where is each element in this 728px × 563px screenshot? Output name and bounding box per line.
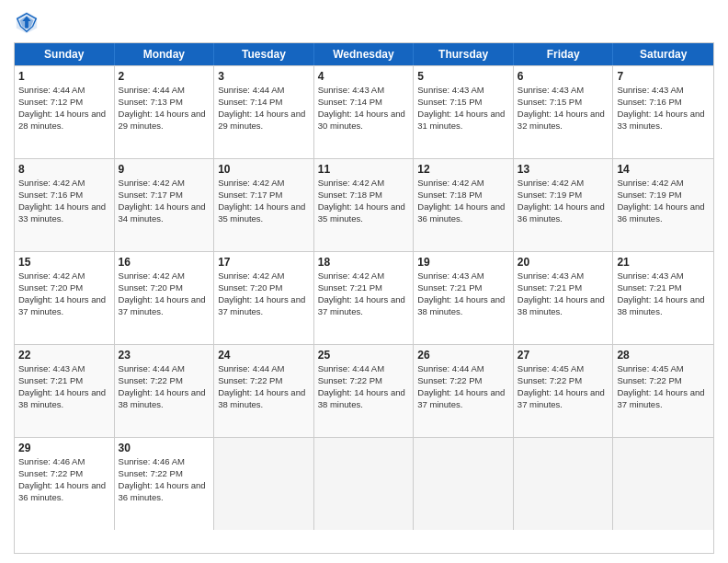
header-cell-wednesday: Wednesday xyxy=(314,43,415,65)
day-cell-30: 30Sunrise: 4:46 AMSunset: 7:22 PMDayligh… xyxy=(115,438,215,530)
day-cell-12: 12Sunrise: 4:42 AMSunset: 7:18 PMDayligh… xyxy=(414,159,514,251)
calendar-body: 1Sunrise: 4:44 AMSunset: 7:12 PMDaylight… xyxy=(15,65,713,530)
header-cell-tuesday: Tuesday xyxy=(214,43,314,65)
day-cell-22: 22Sunrise: 4:43 AMSunset: 7:21 PMDayligh… xyxy=(15,345,115,437)
header-cell-thursday: Thursday xyxy=(414,43,514,65)
day-cell-2: 2Sunrise: 4:44 AMSunset: 7:13 PMDaylight… xyxy=(115,66,215,158)
sunrise-text: Sunrise: 4:42 AM xyxy=(18,178,85,188)
day-cell-6: 6Sunrise: 4:43 AMSunset: 7:15 PMDaylight… xyxy=(514,66,614,158)
day-number: 23 xyxy=(119,348,210,362)
sunset-text: Sunset: 7:19 PM xyxy=(617,190,681,200)
day-cell-4: 4Sunrise: 4:43 AMSunset: 7:14 PMDaylight… xyxy=(314,66,415,158)
sunset-text: Sunset: 7:17 PM xyxy=(119,190,183,200)
calendar-row-0: 1Sunrise: 4:44 AMSunset: 7:12 PMDaylight… xyxy=(15,65,713,158)
sunset-text: Sunset: 7:16 PM xyxy=(617,97,681,107)
day-number: 17 xyxy=(218,255,310,270)
day-cell-20: 20Sunrise: 4:43 AMSunset: 7:21 PMDayligh… xyxy=(514,252,614,344)
day-number: 19 xyxy=(417,255,509,270)
header xyxy=(14,9,714,35)
sunrise-text: Sunrise: 4:43 AM xyxy=(518,270,584,281)
day-number: 29 xyxy=(18,441,110,455)
sunset-text: Sunset: 7:21 PM xyxy=(617,282,681,293)
day-number: 8 xyxy=(18,162,110,177)
sunrise-text: Sunrise: 4:44 AM xyxy=(119,363,185,373)
empty-cell xyxy=(414,438,514,530)
day-cell-7: 7Sunrise: 4:43 AMSunset: 7:16 PMDaylight… xyxy=(613,66,713,158)
daylight-text: Daylight: 14 hours and 36 minutes. xyxy=(18,480,106,502)
sunset-text: Sunset: 7:22 PM xyxy=(218,375,282,385)
daylight-text: Daylight: 14 hours and 38 minutes. xyxy=(119,387,206,409)
sunset-text: Sunset: 7:13 PM xyxy=(119,97,183,107)
day-number: 15 xyxy=(18,255,110,270)
day-number: 28 xyxy=(617,348,710,362)
sunrise-text: Sunrise: 4:42 AM xyxy=(518,178,584,188)
sunset-text: Sunset: 7:14 PM xyxy=(318,97,382,107)
sunrise-text: Sunrise: 4:44 AM xyxy=(119,85,185,95)
header-cell-monday: Monday xyxy=(115,43,215,65)
day-cell-21: 21Sunrise: 4:43 AMSunset: 7:21 PMDayligh… xyxy=(613,252,713,344)
sunrise-text: Sunrise: 4:43 AM xyxy=(617,85,683,95)
sunset-text: Sunset: 7:18 PM xyxy=(417,190,482,200)
calendar-row-1: 8Sunrise: 4:42 AMSunset: 7:16 PMDaylight… xyxy=(15,158,713,251)
daylight-text: Daylight: 14 hours and 38 minutes. xyxy=(518,294,605,316)
day-number: 10 xyxy=(218,162,310,177)
day-cell-29: 29Sunrise: 4:46 AMSunset: 7:22 PMDayligh… xyxy=(15,438,115,530)
daylight-text: Daylight: 14 hours and 34 minutes. xyxy=(119,201,206,224)
daylight-text: Daylight: 14 hours and 33 minutes. xyxy=(18,201,106,224)
sunset-text: Sunset: 7:22 PM xyxy=(18,468,83,478)
sunset-text: Sunset: 7:14 PM xyxy=(218,97,282,107)
day-number: 5 xyxy=(417,69,509,84)
calendar-header: SundayMondayTuesdayWednesdayThursdayFrid… xyxy=(15,43,713,65)
daylight-text: Daylight: 14 hours and 37 minutes. xyxy=(617,387,704,409)
calendar: SundayMondayTuesdayWednesdayThursdayFrid… xyxy=(14,42,714,554)
header-cell-sunday: Sunday xyxy=(15,43,115,65)
day-number: 26 xyxy=(417,348,509,362)
sunrise-text: Sunrise: 4:46 AM xyxy=(18,456,85,466)
daylight-text: Daylight: 14 hours and 37 minutes. xyxy=(18,294,106,316)
day-cell-10: 10Sunrise: 4:42 AMSunset: 7:17 PMDayligh… xyxy=(214,159,314,251)
header-cell-friday: Friday xyxy=(514,43,614,65)
sunrise-text: Sunrise: 4:42 AM xyxy=(218,270,284,281)
day-number: 7 xyxy=(617,69,710,84)
day-cell-25: 25Sunrise: 4:44 AMSunset: 7:22 PMDayligh… xyxy=(314,345,415,437)
sunrise-text: Sunrise: 4:46 AM xyxy=(119,456,185,466)
sunrise-text: Sunrise: 4:43 AM xyxy=(417,85,483,95)
daylight-text: Daylight: 14 hours and 36 minutes. xyxy=(518,201,605,224)
calendar-row-2: 15Sunrise: 4:42 AMSunset: 7:20 PMDayligh… xyxy=(15,251,713,344)
sunrise-text: Sunrise: 4:43 AM xyxy=(417,270,483,281)
empty-cell xyxy=(514,438,614,530)
sunset-text: Sunset: 7:20 PM xyxy=(218,282,282,293)
day-cell-14: 14Sunrise: 4:42 AMSunset: 7:19 PMDayligh… xyxy=(613,159,713,251)
day-cell-11: 11Sunrise: 4:42 AMSunset: 7:18 PMDayligh… xyxy=(314,159,415,251)
daylight-text: Daylight: 14 hours and 33 minutes. xyxy=(617,109,704,131)
sunrise-text: Sunrise: 4:43 AM xyxy=(617,270,683,281)
day-cell-17: 17Sunrise: 4:42 AMSunset: 7:20 PMDayligh… xyxy=(214,252,314,344)
sunrise-text: Sunrise: 4:42 AM xyxy=(119,178,185,188)
day-cell-26: 26Sunrise: 4:44 AMSunset: 7:22 PMDayligh… xyxy=(414,345,514,437)
day-cell-28: 28Sunrise: 4:45 AMSunset: 7:22 PMDayligh… xyxy=(613,345,713,437)
daylight-text: Daylight: 14 hours and 35 minutes. xyxy=(218,201,305,224)
day-number: 2 xyxy=(119,69,210,84)
day-cell-27: 27Sunrise: 4:45 AMSunset: 7:22 PMDayligh… xyxy=(514,345,614,437)
sunrise-text: Sunrise: 4:43 AM xyxy=(518,85,584,95)
sunset-text: Sunset: 7:15 PM xyxy=(518,97,582,107)
day-number: 22 xyxy=(18,348,110,362)
sunset-text: Sunset: 7:21 PM xyxy=(318,282,382,293)
day-number: 16 xyxy=(119,255,210,270)
sunrise-text: Sunrise: 4:44 AM xyxy=(218,85,284,95)
day-number: 6 xyxy=(518,69,609,84)
daylight-text: Daylight: 14 hours and 32 minutes. xyxy=(518,109,605,131)
daylight-text: Daylight: 14 hours and 38 minutes. xyxy=(218,387,305,409)
daylight-text: Daylight: 14 hours and 36 minutes. xyxy=(119,480,206,502)
day-cell-19: 19Sunrise: 4:43 AMSunset: 7:21 PMDayligh… xyxy=(414,252,514,344)
day-cell-15: 15Sunrise: 4:42 AMSunset: 7:20 PMDayligh… xyxy=(15,252,115,344)
day-number: 14 xyxy=(617,162,710,177)
sunset-text: Sunset: 7:22 PM xyxy=(518,375,582,385)
sunrise-text: Sunrise: 4:42 AM xyxy=(18,270,85,281)
sunrise-text: Sunrise: 4:42 AM xyxy=(617,178,683,188)
sunrise-text: Sunrise: 4:43 AM xyxy=(318,85,384,95)
sunset-text: Sunset: 7:22 PM xyxy=(318,375,382,385)
day-number: 30 xyxy=(119,441,210,455)
day-cell-1: 1Sunrise: 4:44 AMSunset: 7:12 PMDaylight… xyxy=(15,66,115,158)
day-number: 27 xyxy=(518,348,609,362)
